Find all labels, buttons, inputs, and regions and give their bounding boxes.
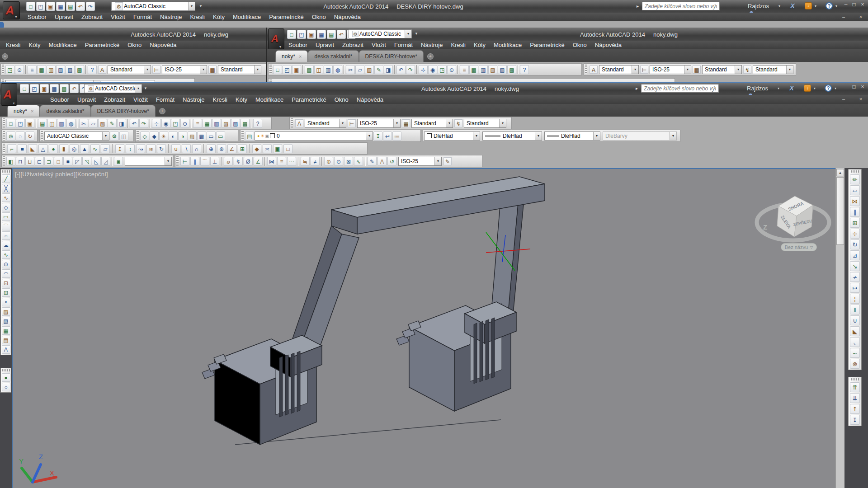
save-as-icon[interactable]: ▦ [56,2,65,11]
menu-okno[interactable]: Okno [330,96,353,103]
publish-icon[interactable]: ▥ [324,65,333,74]
text-style-combo[interactable]: Standard▾ [305,119,346,128]
wedge-icon[interactable]: ◣ [28,144,37,153]
revision-cloud-icon[interactable]: ☁ [2,241,10,249]
ellipse-icon[interactable]: ⊜ [2,260,10,268]
menu-zobrazit[interactable]: Zobrazit [100,96,129,103]
dim-edit-icon[interactable]: ✎ [368,157,377,166]
workspace-combo[interactable]: ⚙ AutoCAD Classic ▾ [84,84,142,93]
dim-space-icon[interactable]: ≒ [301,157,310,166]
table-style-combo[interactable]: Standard▾ [702,65,742,74]
dim-baseline-icon[interactable]: ≡ [277,157,286,166]
continuous-orbit-icon[interactable]: ↻ [25,131,34,141]
table-icon[interactable]: ▤ [2,336,10,344]
help-icon[interactable]: ? [520,65,529,74]
hatch-icon[interactable]: ▨ [2,307,10,316]
close-button[interactable]: × [859,84,867,90]
menu-soubor[interactable]: Soubor [24,14,51,20]
toolbar-grip[interactable] [3,156,5,166]
menu-nápověda[interactable]: Nápověda [591,42,626,48]
my-workspace-icon[interactable]: ◫ [119,131,128,141]
scale-icon[interactable]: ⊿ [850,250,860,260]
quick-dimension-icon[interactable]: ⋈ [267,157,276,166]
application-menu-button[interactable]: A ▾ [1,83,17,106]
toolbar-grip[interactable] [291,118,293,128]
toolbar-grip[interactable] [2,65,4,74]
offset-icon[interactable]: ∥ [850,207,860,217]
block-editor-icon[interactable]: ◨ [117,119,126,128]
open-icon[interactable]: ◰ [16,119,25,128]
cone-icon[interactable]: △ [38,144,47,153]
design-center-icon[interactable]: ▦ [469,65,478,74]
revolve-icon[interactable]: ↻ [157,144,166,153]
search-input[interactable] [641,84,719,93]
break-icon[interactable]: ‖ [850,305,860,314]
helix-icon[interactable]: ∿ [90,144,99,153]
3d-move-icon[interactable]: ⊕ [207,144,216,153]
named-views-icon[interactable]: ◧ [6,157,15,166]
workspace-combo[interactable]: ⚙ AutoCAD Classic ▾ [111,2,195,11]
user-menu-chevron-icon[interactable]: ▾ [778,86,779,90]
dim-inspect-icon[interactable]: ⊠ [344,157,353,166]
circle-icon[interactable]: ○ [2,231,10,240]
3d-print-icon[interactable]: ◍ [66,119,75,128]
polygon-icon[interactable]: ◇ [2,203,10,211]
menu-formát[interactable]: Formát [129,14,156,20]
text-style-combo[interactable]: Standard▾ [108,65,151,74]
view-front-icon[interactable]: □ [54,157,63,166]
view-se-isometric-icon[interactable]: ◹ [82,157,91,166]
multiline-text-icon[interactable]: A [2,345,10,354]
table-style-combo[interactable]: Standard▾ [218,65,261,74]
mleader-style-icon[interactable]: ↯ [743,66,751,74]
union-icon[interactable]: ∪ [171,144,180,153]
zoom-previous-icon[interactable]: ⊙ [180,119,189,128]
cylinder-icon[interactable]: ▮ [59,144,68,153]
plot-preview-icon[interactable]: ◫ [47,119,57,128]
communication-center-icon[interactable]: ↓ [804,84,811,92]
bring-to-front-icon[interactable]: ⇈ [850,382,860,392]
undo-icon[interactable]: ↶ [70,84,79,93]
blend-curves-icon[interactable]: ∽ [850,348,860,358]
sweep-icon[interactable]: ↝ [136,144,145,153]
save-as-icon[interactable]: ▦ [317,30,326,39]
line-icon[interactable]: ╱ [2,174,10,183]
rotate-icon[interactable]: ↻ [850,239,860,249]
redo-icon[interactable]: ↷ [139,119,148,128]
tolerance-icon[interactable]: ⊕ [324,157,333,166]
help-icon[interactable]: ? [826,2,833,9]
render-icon[interactable]: ◆ [150,131,159,141]
menu-formát[interactable]: Formát [390,42,417,48]
save-as-icon[interactable]: ▦ [50,84,59,93]
planar-surface-icon[interactable]: ▱ [101,144,110,153]
plot-preview-icon[interactable]: ◫ [314,65,323,74]
match-properties-icon[interactable]: ✎ [374,65,383,74]
menu-soubor[interactable]: Soubor [46,96,73,103]
toolbar-grip[interactable] [3,144,5,153]
workspace-combo[interactable]: ⚙ AutoCAD Classic ▾ [349,29,412,38]
menu-okno[interactable]: Okno [123,42,146,48]
sheet-set-manager-icon[interactable]: ▨ [488,65,497,74]
pyramid-icon[interactable]: ▲ [80,144,89,153]
save-icon[interactable]: ▣ [25,119,34,128]
dim-angular-icon[interactable]: ∠ [254,157,263,166]
layer-states-manager-icon[interactable]: ≔ [392,131,401,141]
toolbar-grip[interactable] [3,131,5,141]
qat-overflow-icon[interactable]: ▼ [144,86,147,90]
properties-icon[interactable]: ≡ [460,65,469,74]
quick-calc-icon[interactable]: ▩ [75,65,84,74]
dim-style-combo[interactable]: ISO-25▾ [357,119,401,128]
menu-okno[interactable]: Okno [308,14,330,20]
tab-deska-zakladni[interactable]: deska zakladni* [308,50,359,62]
properties-icon[interactable]: ≡ [193,119,202,128]
open-icon[interactable]: ◰ [297,30,306,39]
materials-editor-icon[interactable]: ◑ [178,131,187,141]
document-close-button[interactable]: × [857,96,864,102]
layer-previous-icon[interactable]: ↩ [383,131,392,141]
menu-kóty[interactable]: Kóty [209,14,229,20]
save-icon[interactable]: ▣ [292,65,301,74]
save-icon[interactable]: ▣ [46,2,55,11]
dim-aligned-icon[interactable]: ∥ [190,157,199,166]
dim-jogged-icon[interactable]: ↯ [234,157,243,166]
tool-palettes-icon[interactable]: ▥ [479,65,488,74]
model-space-viewport[interactable] [12,168,835,488]
